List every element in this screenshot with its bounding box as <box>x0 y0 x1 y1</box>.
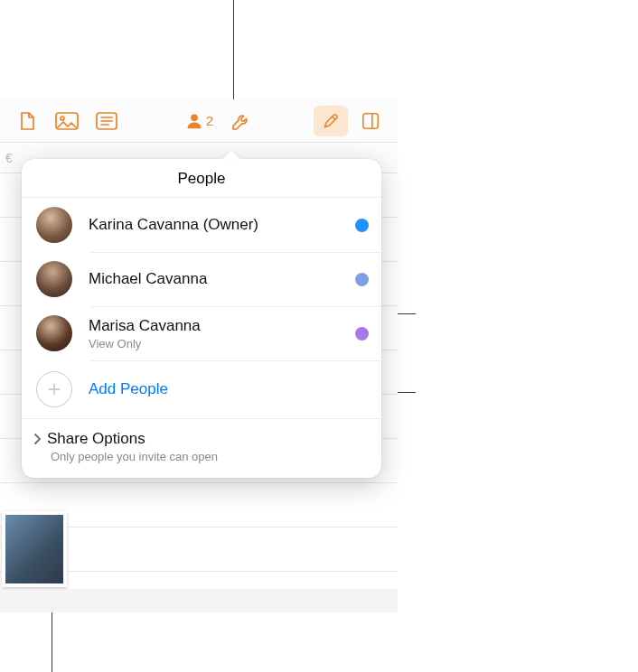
document-icon[interactable] <box>7 101 47 141</box>
avatar <box>36 315 72 351</box>
collaboration-count: 2 <box>206 113 213 128</box>
svg-point-1 <box>61 117 64 120</box>
popover-title: People <box>22 159 381 198</box>
add-people-row[interactable]: Add People <box>22 360 381 418</box>
people-popover: People Karina Cavanna (Owner) Michael Ca… <box>22 159 381 478</box>
toolbar: 2 <box>0 99 398 143</box>
person-name: Karina Cavanna (Owner) <box>89 215 355 234</box>
list-icon[interactable] <box>87 101 127 141</box>
panel-icon[interactable] <box>351 101 390 141</box>
person-row[interactable]: Marisa Cavanna View Only <box>22 306 381 360</box>
presence-dot <box>355 273 369 286</box>
callout-line-top <box>233 0 234 101</box>
person-row[interactable]: Michael Cavanna <box>22 252 381 306</box>
person-permission: View Only <box>89 337 355 350</box>
presence-dot <box>355 327 369 341</box>
format-button[interactable] <box>311 101 351 141</box>
share-options-title: Share Options <box>47 430 145 448</box>
svg-rect-7 <box>363 113 379 128</box>
person-row[interactable]: Karina Cavanna (Owner) <box>22 198 381 252</box>
chevron-right-icon <box>33 433 42 445</box>
avatar <box>36 261 72 297</box>
share-options-subtitle: Only people you invite can open <box>51 450 369 463</box>
document-photo-thumbnail <box>2 511 67 587</box>
media-icon[interactable] <box>47 101 87 141</box>
collaboration-button[interactable]: 2 <box>176 111 221 131</box>
presence-dot <box>355 219 369 232</box>
person-name: Marisa Cavanna <box>89 316 355 335</box>
svg-point-6 <box>191 114 198 121</box>
avatar <box>36 207 72 243</box>
tools-icon[interactable] <box>221 101 261 141</box>
plus-icon <box>36 371 72 407</box>
add-people-label: Add People <box>89 380 168 398</box>
person-name: Michael Cavanna <box>89 269 355 288</box>
share-options-row[interactable]: Share Options Only people you invite can… <box>22 418 381 478</box>
